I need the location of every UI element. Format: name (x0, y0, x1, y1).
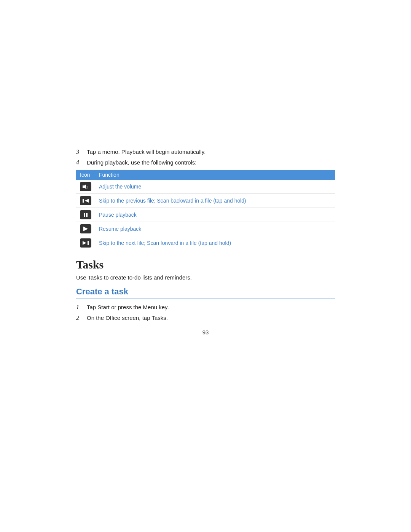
svg-text:)): )) (86, 185, 88, 189)
function-cell-play: Resume playback (95, 222, 335, 236)
step-3-number: 3 (76, 149, 87, 155)
play-icon (80, 224, 91, 233)
table-row: Skip to the next file; Scan forward in a… (76, 236, 335, 250)
svg-marker-3 (85, 199, 89, 203)
step-3-text: Tap a memo. Playback will begin automati… (87, 149, 206, 155)
step-4: 4 During playback, use the following con… (76, 159, 335, 166)
subsection-step-2: 2 On the Office screen, tap Tasks. (76, 315, 335, 321)
subsection-step-2-number: 2 (76, 315, 87, 321)
subsection-step-1: 1 Tap Start or press the Menu key. (76, 304, 335, 311)
function-column-header: Function (95, 170, 335, 180)
subsection-step-1-text: Tap Start or press the Menu key. (87, 304, 169, 310)
icon-column-header: Icon (76, 170, 95, 180)
function-text-prev-primary: Skip to the previous file; Scan backward… (99, 198, 212, 204)
subsection-step-1-number: 1 (76, 304, 87, 311)
subsection-step-2-text: On the Office screen, tap Tasks. (87, 315, 168, 321)
content-area: 3 Tap a memo. Playback will begin automa… (76, 0, 335, 339)
svg-marker-0 (83, 184, 86, 189)
icon-cell-prev (76, 194, 95, 208)
prev-icon (80, 196, 91, 205)
table-header-row: Icon Function (76, 170, 335, 180)
icon-cell-next (76, 236, 95, 250)
function-cell-prev: Skip to the previous file; Scan backward… (95, 194, 335, 208)
table-row: )) Adjust the volume (76, 180, 335, 194)
function-text-next: Skip to the next file; Scan forward in a… (99, 240, 231, 246)
subsection-title: Create a task (76, 287, 335, 299)
svg-rect-4 (84, 213, 85, 217)
section-description: Use Tasks to create to-do lists and remi… (76, 274, 335, 281)
svg-rect-7 (88, 241, 89, 245)
pause-icon (80, 210, 91, 219)
icon-cell-play (76, 222, 95, 236)
svg-marker-8 (83, 241, 86, 245)
function-text-volume: Adjust the volume (99, 184, 141, 190)
page-number: 93 (76, 329, 335, 335)
function-text-pause: Pause playback (99, 212, 137, 218)
svg-rect-5 (86, 213, 88, 217)
function-cell-pause: Pause playback (95, 208, 335, 222)
next-icon (80, 238, 91, 248)
function-text-play: Resume playback (99, 226, 141, 232)
volume-icon: )) (80, 182, 91, 191)
table-row: Resume playback (76, 222, 335, 236)
icon-cell-pause (76, 208, 95, 222)
section-title: Tasks (76, 258, 335, 271)
svg-marker-6 (83, 227, 88, 231)
step-3: 3 Tap a memo. Playback will begin automa… (76, 149, 335, 155)
controls-table: Icon Function )) (76, 170, 335, 250)
table-row: Pause playback (76, 208, 335, 222)
svg-rect-2 (83, 199, 84, 203)
step-4-text: During playback, use the following contr… (87, 159, 197, 166)
step-4-number: 4 (76, 159, 87, 166)
function-cell-volume: Adjust the volume (95, 180, 335, 194)
page: 3 Tap a memo. Playback will begin automa… (0, 0, 411, 532)
function-text-prev-secondary: (tap and hold) (213, 198, 246, 204)
function-cell-next: Skip to the next file; Scan forward in a… (95, 236, 335, 250)
icon-cell-volume: )) (76, 180, 95, 194)
table-row: Skip to the previous file; Scan backward… (76, 194, 335, 208)
